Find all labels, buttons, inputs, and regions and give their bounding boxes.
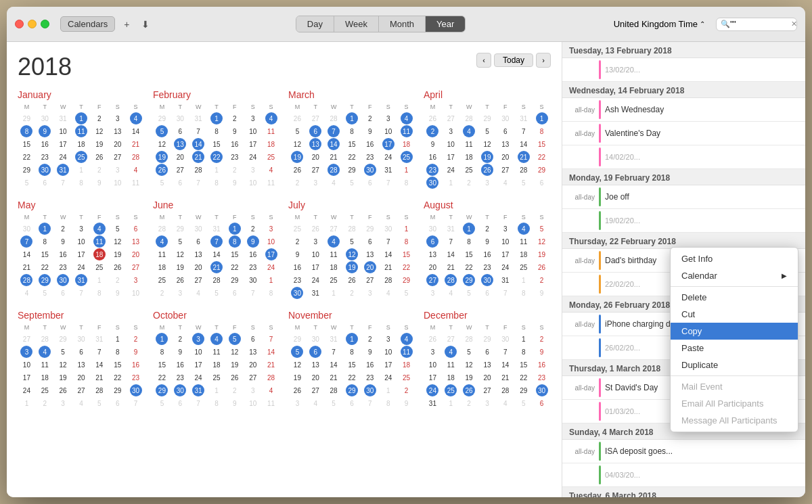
day-cell[interactable]: 25 bbox=[75, 151, 87, 163]
day-cell[interactable]: 18 bbox=[75, 138, 87, 150]
sidebar-event-row[interactable]: all-day Ash Wednesday bbox=[562, 98, 805, 122]
search-clear-icon[interactable]: ✕ bbox=[791, 20, 797, 28]
day-cell[interactable]: 28 bbox=[130, 151, 142, 163]
sidebar-event-row[interactable]: all-day ISA deposit goes... bbox=[562, 440, 805, 463]
event-indicator bbox=[599, 315, 601, 334]
tab-year[interactable]: Year bbox=[426, 16, 465, 32]
day-cell[interactable]: 31 bbox=[57, 112, 69, 124]
export-button[interactable]: ⬇ bbox=[138, 18, 153, 31]
today-button[interactable]: Today bbox=[494, 53, 533, 67]
day-cell[interactable]: 5 bbox=[20, 177, 32, 189]
days-grid-sep: 272829303112 3456789 10111213141516 1718… bbox=[18, 333, 145, 409]
context-menu-get-info[interactable]: Get Info bbox=[671, 250, 798, 267]
day-cell[interactable]: 29 bbox=[20, 164, 32, 176]
context-menu-separator bbox=[671, 286, 798, 287]
day-cell[interactable]: 1 bbox=[75, 164, 87, 176]
day-cell[interactable]: 27 bbox=[112, 151, 124, 163]
tab-week[interactable]: Week bbox=[334, 16, 379, 32]
day-cell[interactable]: 17 bbox=[57, 138, 69, 150]
tab-day[interactable]: Day bbox=[296, 16, 334, 32]
prev-year-button[interactable]: ‹ bbox=[476, 53, 491, 68]
context-menu-paste[interactable]: Paste bbox=[671, 340, 798, 357]
day-cell[interactable]: 12 bbox=[93, 125, 106, 137]
timezone-selector[interactable]: United Kingdom Time ⌃ bbox=[614, 19, 705, 29]
days-grid-mar: 2627281234 567891011 12131415161718 1920… bbox=[288, 112, 415, 189]
sidebar-event-row[interactable]: all-day Joe off bbox=[562, 185, 805, 209]
sidebar-event-row[interactable]: 04/03/20... bbox=[562, 463, 805, 487]
days-grid-dec: 262728293012 3456789 10111213141516 1718… bbox=[424, 333, 551, 409]
context-menu-cut[interactable]: Cut bbox=[671, 306, 798, 323]
month-october: October MTWTFSS 1234567 891011121314 151… bbox=[153, 310, 280, 409]
day-cell[interactable]: 8 bbox=[75, 177, 87, 189]
day-cell[interactable]: 2 bbox=[93, 112, 106, 124]
days-grid-aug: 303112345 6789101112 13141516171819 2021… bbox=[424, 223, 551, 299]
day-cell[interactable]: 11 bbox=[130, 177, 142, 189]
day-cell[interactable]: 16 bbox=[39, 138, 51, 150]
context-menu-mail-event: Mail Event bbox=[671, 378, 798, 395]
day-cell[interactable]: 7 bbox=[57, 177, 69, 189]
days-grid-jul: 2526272829301 2345678 9101112131415 1617… bbox=[288, 223, 415, 299]
day-cell[interactable]: 23 bbox=[39, 151, 51, 163]
month-name-december: December bbox=[424, 310, 551, 321]
year-title: 2018 bbox=[18, 53, 72, 81]
day-cell[interactable]: 2 bbox=[93, 164, 106, 176]
month-november: November MTWTFSS 2930311234 567891011 12… bbox=[288, 310, 415, 409]
month-name-april: April bbox=[424, 89, 551, 100]
search-input[interactable] bbox=[730, 20, 791, 29]
day-headers-apr: MTWTFSS bbox=[424, 103, 551, 111]
day-cell[interactable]: 15 bbox=[20, 138, 32, 150]
month-september: September MTWTFSS 272829303112 3456789 1… bbox=[18, 310, 145, 409]
day-cell[interactable]: 4 bbox=[130, 112, 142, 124]
tab-month[interactable]: Month bbox=[379, 16, 426, 32]
day-headers-jan: MTWTFSS bbox=[18, 103, 145, 111]
context-menu-calendar[interactable]: Calendar ▶ bbox=[671, 267, 798, 284]
context-menu-duplicate[interactable]: Duplicate bbox=[671, 357, 798, 373]
day-cell[interactable]: 14 bbox=[130, 125, 142, 137]
event-indicator bbox=[599, 60, 601, 79]
sidebar-event-row[interactable]: 19/02/20... bbox=[562, 209, 805, 233]
sidebar-date-header: Tuesday, 13 February 2018 bbox=[562, 42, 805, 58]
month-name-march: March bbox=[288, 89, 415, 100]
day-cell[interactable]: 20 bbox=[112, 138, 124, 150]
next-year-button[interactable]: › bbox=[536, 53, 551, 68]
month-name-may: May bbox=[18, 200, 145, 210]
context-menu-copy[interactable]: Copy bbox=[671, 323, 798, 340]
day-cell[interactable]: 9 bbox=[93, 177, 106, 189]
day-cell[interactable]: 3 bbox=[112, 112, 124, 124]
day-cell[interactable]: 10 bbox=[112, 177, 124, 189]
day-cell[interactable]: 13 bbox=[112, 125, 124, 137]
maximize-button[interactable] bbox=[41, 20, 49, 28]
add-calendar-button[interactable]: + bbox=[120, 18, 133, 31]
sidebar-event-row[interactable]: all-day Valentine's Day bbox=[562, 122, 805, 145]
sidebar-date-header: Wednesday, 14 February 2018 bbox=[562, 82, 805, 98]
day-cell[interactable]: 8 bbox=[20, 125, 32, 137]
day-cell[interactable]: 30 bbox=[39, 164, 51, 176]
day-cell[interactable]: 22 bbox=[20, 151, 32, 163]
day-cell[interactable]: 30 bbox=[39, 112, 51, 124]
day-cell[interactable]: 26 bbox=[93, 151, 106, 163]
close-button[interactable] bbox=[15, 20, 24, 28]
day-cell[interactable]: 9 bbox=[39, 125, 51, 137]
day-cell[interactable]: 6 bbox=[39, 177, 51, 189]
day-cell[interactable]: 21 bbox=[130, 138, 142, 150]
day-cell[interactable]: 10 bbox=[57, 125, 69, 137]
event-indicator bbox=[599, 147, 601, 166]
context-menu-delete[interactable]: Delete bbox=[671, 289, 798, 306]
calendars-button[interactable]: Calendars bbox=[60, 16, 115, 32]
day-cell[interactable]: 24 bbox=[57, 151, 69, 163]
search-box[interactable]: 🔍 ✕ bbox=[716, 18, 797, 31]
minimize-button[interactable] bbox=[28, 20, 37, 28]
day-cell[interactable]: 31 bbox=[57, 164, 69, 176]
day-cell[interactable]: 3 bbox=[112, 164, 124, 176]
day-headers-jul: MTWTFSS bbox=[288, 213, 415, 221]
day-cell[interactable]: 1 bbox=[75, 112, 87, 124]
month-june: June MTWTFSS 28293031123 45678910 111213… bbox=[153, 200, 280, 299]
month-august: August MTWTFSS 303112345 6789101112 1314… bbox=[424, 200, 551, 299]
context-menu: Get Info Calendar ▶ Delete Cut Copy Past… bbox=[670, 247, 798, 432]
sidebar-event-row[interactable]: 13/02/20... bbox=[562, 58, 805, 82]
day-cell[interactable]: 29 bbox=[20, 112, 32, 124]
day-cell[interactable]: 11 bbox=[75, 125, 87, 137]
day-cell[interactable]: 19 bbox=[93, 138, 106, 150]
sidebar-event-row[interactable]: 14/02/20... bbox=[562, 145, 805, 169]
day-cell[interactable]: 4 bbox=[130, 164, 142, 176]
